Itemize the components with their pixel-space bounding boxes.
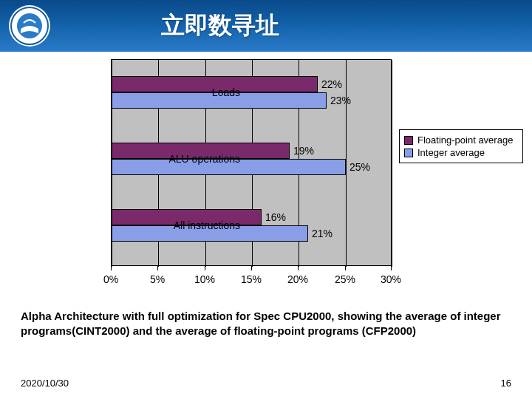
x-tick-label: 10% [194,273,215,285]
bar-label: 25% [349,161,370,173]
x-tick [111,266,112,270]
legend-label: Floating-point average [417,134,513,146]
legend-item-fp: Floating-point average [404,134,518,146]
legend: Floating-point average Integer average [399,129,523,163]
slide-header: 立即数寻址 [0,0,532,52]
bar-label: 22% [321,78,342,90]
legend-swatch-fp [404,136,413,145]
legend-item-int: Integer average [404,147,518,158]
bar-label: 16% [265,211,286,223]
chart-plot-area: 22% 23% 19% 25% 16% 21% [111,59,392,266]
y-tick-label: ALU operations [168,153,240,165]
logo-icon [10,7,49,45]
y-tick-label: Loads [212,86,240,98]
slide-footer: 2020/10/30 16 [0,378,532,389]
x-tick [298,266,299,270]
grid-line [346,60,347,267]
x-tick [251,266,252,270]
x-tick [345,266,346,270]
x-tick-label: 15% [241,273,262,285]
x-tick-label: 5% [150,273,165,285]
grid-line [392,60,392,267]
x-tick [205,266,205,270]
slide-title: 立即数寻址 [161,10,279,42]
x-tick-label: 0% [103,273,118,285]
bar-label: 19% [293,145,314,157]
x-tick [391,266,392,270]
y-tick-label: All instructions [174,219,240,231]
university-logo [9,5,50,47]
bar-label: 23% [330,95,351,106]
x-tick-label: 30% [381,273,401,285]
footer-date: 2020/10/30 [21,378,69,389]
legend-swatch-int [404,149,413,157]
legend-label: Integer average [417,147,485,158]
x-tick-label: 25% [335,273,355,285]
chart-area: 22% 23% 19% 25% 16% 21% Loads ALU operat… [0,52,532,296]
chart-caption: Alpha Architecture with full optimizatio… [0,296,532,339]
footer-page-number: 16 [501,378,511,389]
bar-label: 21% [312,228,332,239]
x-tick [157,266,158,270]
x-tick-label: 20% [287,273,308,285]
